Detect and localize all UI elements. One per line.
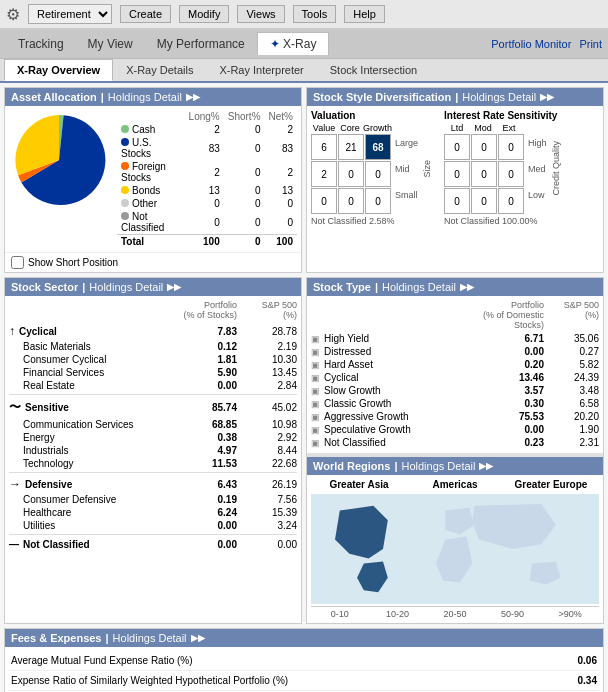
nav-tab-myview[interactable]: My View xyxy=(76,33,145,55)
arrow-icon6: ▶▶ xyxy=(191,633,205,643)
sector-row-basic-materials: Basic Materials 0.12 2.19 xyxy=(9,340,297,353)
scale-20-50: 20-50 xyxy=(426,609,484,619)
pie-svg xyxy=(9,110,109,210)
pipe5: | xyxy=(394,460,397,472)
scale-gt90: >90% xyxy=(541,609,599,619)
consumer-cyclical-val1: 1.81 xyxy=(167,354,237,365)
print-link[interactable]: Print xyxy=(579,38,602,50)
fees-hypo-label: Expense Ratio of Similarly Weighted Hypo… xyxy=(11,675,547,686)
sector-row-energy: Energy 0.38 2.92 xyxy=(9,431,297,444)
world-map-svg xyxy=(311,494,599,604)
separator3 xyxy=(9,534,297,535)
sector-col-headers: Portfolio(% of Stocks) S&P 500(%) xyxy=(9,300,297,320)
show-short-checkbox[interactable] xyxy=(11,256,24,269)
val-col-growth: Growth xyxy=(363,123,389,133)
sensitive-label: Sensitive xyxy=(25,402,167,413)
asset-row-total: Total 100 0 100 xyxy=(117,235,297,249)
nav-tab-myperformance[interactable]: My Performance xyxy=(145,33,257,55)
hard-asset-icon: ▣ xyxy=(311,360,320,370)
aggressive-growth-val1: 75.53 xyxy=(464,411,544,422)
cell-0-2: 68 xyxy=(365,134,391,160)
sector-sensitive-header: 〜 Sensitive 85.74 45.02 xyxy=(9,397,297,418)
tools-button[interactable]: Tools xyxy=(293,5,337,23)
gear-icon[interactable]: ⚙ xyxy=(6,5,20,24)
quality-med: Med xyxy=(528,164,547,174)
size-mid: Mid xyxy=(395,164,418,174)
cell-2-0: 0 xyxy=(311,188,337,214)
high-yield-icon: ▣ xyxy=(311,334,320,344)
industrials-val2: 8.44 xyxy=(237,445,297,456)
speculative-growth-val1: 0.00 xyxy=(464,424,544,435)
defensive-icon: → xyxy=(9,477,21,491)
cyclical-val2: 28.78 xyxy=(237,326,297,337)
technology-val1: 11.53 xyxy=(167,458,237,469)
portfolio-monitor-link[interactable]: Portfolio Monitor xyxy=(491,38,571,50)
notclassified-sector-val1: 0.00 xyxy=(167,539,237,550)
consumer-defensive-label: Consumer Defensive xyxy=(23,494,167,505)
rate-cell-0: 0 xyxy=(444,134,470,160)
classic-growth-icon: ▣ xyxy=(311,399,320,409)
sector-row-utilities: Utilities 0.00 3.24 xyxy=(9,519,297,532)
arrow-icon2: ▶▶ xyxy=(540,92,554,102)
cell-0-0: 6 xyxy=(311,134,337,160)
rate-cell-2: 0 xyxy=(498,134,524,160)
tab-interpreter[interactable]: X-Ray Interpreter xyxy=(206,59,316,81)
asset-row-us-stocks: U.S. Stocks 83 0 83 xyxy=(117,136,297,160)
world-col-americas: Americas xyxy=(407,479,503,490)
asset-row-bonds: Bonds 13 0 13 xyxy=(117,184,297,197)
modify-button[interactable]: Modify xyxy=(179,5,229,23)
comm-services-label: Communication Services xyxy=(23,419,167,430)
help-button[interactable]: Help xyxy=(344,5,385,23)
sector-row-real-estate: Real Estate 0.00 2.84 xyxy=(9,379,297,392)
style-sections: Valuation Value Core Growth 6 21 68 xyxy=(311,110,599,226)
valuation-title: Valuation xyxy=(311,110,432,121)
sector-row-technology: Technology 11.53 22.68 xyxy=(9,457,297,470)
high-yield-label: High Yield xyxy=(324,333,464,344)
industrials-label: Industrials xyxy=(23,445,167,456)
fees-content: Average Mutual Fund Expense Ratio (%) 0.… xyxy=(5,647,603,692)
sensitive-val1: 85.74 xyxy=(167,402,237,413)
quality-low: Low xyxy=(528,190,547,200)
tab-intersection[interactable]: Stock Intersection xyxy=(317,59,430,81)
nav-tab-xray[interactable]: ✦ X-Ray xyxy=(257,32,330,55)
rate-cell-7: 0 xyxy=(471,188,497,214)
nav-tab-tracking[interactable]: Tracking xyxy=(6,33,76,55)
aggressive-growth-icon: ▣ xyxy=(311,412,320,422)
size-large: Large xyxy=(395,138,418,148)
stocktype-col-headers: Portfolio(% of Domestic Stocks) S&P 500(… xyxy=(311,300,599,330)
views-button[interactable]: Views xyxy=(237,5,284,23)
rate-grid-wrapper: Ltd Mod Ext 0 0 0 0 0 0 0 xyxy=(444,123,524,214)
cell-1-2: 0 xyxy=(365,161,391,187)
sector-row-healthcare: Healthcare 6.24 15.39 xyxy=(9,506,297,519)
asset-row-cash: Cash 2 0 2 xyxy=(117,123,297,136)
tab-overview[interactable]: X-Ray Overview xyxy=(4,59,113,81)
distressed-val2: 0.27 xyxy=(544,346,599,357)
cyclical-type-label: Cyclical xyxy=(324,372,464,383)
stock-style-panel: Stock Style Diversification | Holdings D… xyxy=(306,87,604,273)
slow-growth-val1: 3.57 xyxy=(464,385,544,396)
hard-asset-val2: 5.82 xyxy=(544,359,599,370)
credit-quality-label: Credit Quality xyxy=(551,141,561,196)
tab-details[interactable]: X-Ray Details xyxy=(113,59,206,81)
fees-title: Fees & Expenses xyxy=(11,632,102,644)
stocktype-row-aggressive-growth: ▣ Aggressive Growth 75.53 20.20 xyxy=(311,410,599,423)
healthcare-label: Healthcare xyxy=(23,507,167,518)
energy-val1: 0.38 xyxy=(167,432,237,443)
fees-expense-ratio-label: Average Mutual Fund Expense Ratio (%) xyxy=(11,655,547,666)
portfolio-select[interactable]: Retirement xyxy=(28,4,112,24)
hard-asset-label: Hard Asset xyxy=(324,359,464,370)
not-classified-type-val2: 2.31 xyxy=(544,437,599,448)
create-button[interactable]: Create xyxy=(120,5,171,23)
cell-0-1: 21 xyxy=(338,134,364,160)
show-short-position[interactable]: Show Short Position xyxy=(5,252,301,272)
real-estate-val1: 0.00 xyxy=(167,380,237,391)
distressed-icon: ▣ xyxy=(311,347,320,357)
defensive-val2: 26.19 xyxy=(237,479,297,490)
stock-type-header: Stock Type | Holdings Detail ▶▶ xyxy=(307,278,603,296)
utilities-val1: 0.00 xyxy=(167,520,237,531)
utilities-label: Utilities xyxy=(23,520,167,531)
top-bar: ⚙ Retirement Create Modify Views Tools H… xyxy=(0,0,608,29)
distressed-label: Distressed xyxy=(324,346,464,357)
basic-materials-val1: 0.12 xyxy=(167,341,237,352)
stock-style-header: Stock Style Diversification | Holdings D… xyxy=(307,88,603,106)
